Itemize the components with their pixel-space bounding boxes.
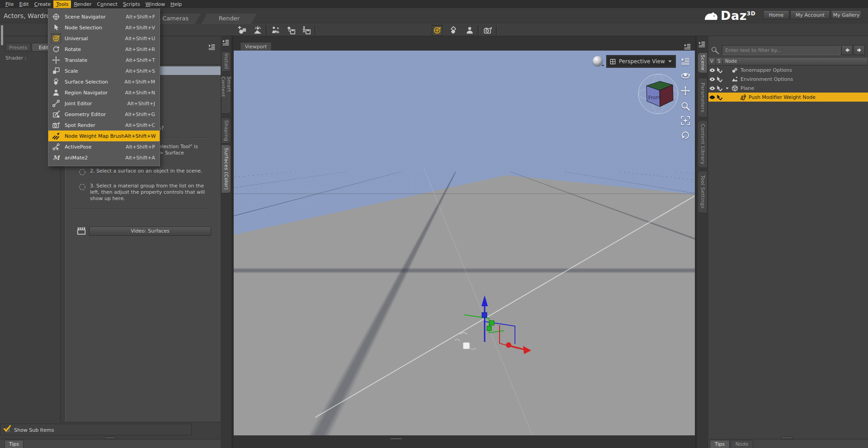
menu-item-surface-selection[interactable]: Surface SelectionAlt+Shift+M [48,76,160,87]
clapper-icon [76,226,86,237]
activity-tab-render[interactable]: Render [202,14,257,23]
eye-icon[interactable] [708,94,716,101]
viewport-reset-view-icon[interactable] [679,129,691,141]
left-dock-tab-smart-content[interactable]: Smart Content [221,76,231,114]
eye-icon[interactable] [708,85,716,92]
select-cursor-icon[interactable] [716,76,723,83]
viewport-zoom-icon[interactable] [679,100,691,112]
menu-item-animate2[interactable]: ManiMate2Alt+Shift+A [48,152,160,163]
menubar-item-create[interactable]: Create [32,0,54,8]
menu-item-translate[interactable]: TranslateAlt+Shift+T [48,55,160,65]
save-pose-icon[interactable] [301,25,312,36]
menu-item-region-navigator[interactable]: Region NavigatorAlt+Shift+N [48,87,160,98]
pane-menu-icon[interactable] [698,40,706,49]
tree-column-node[interactable]: Node [723,58,868,65]
menu-item-geometry-editor[interactable]: Geometry EditorAlt+Shift+G [48,109,160,120]
home-button[interactable]: Home [763,10,789,19]
right-tabstrip: SceneParametersContent LibraryTool Setti… [697,36,708,448]
tree-column-s[interactable]: S [716,58,723,65]
universal-manipulator[interactable] [451,290,532,362]
pane-menu-icon[interactable] [684,42,691,51]
menu-item-activepose[interactable]: ActivePoseAlt+Shift+P [48,141,160,152]
node-selection-icon [51,23,61,33]
logo-word: Daz [721,9,747,23]
save-materials-icon[interactable] [286,25,297,36]
bottom-tab-tips[interactable]: Tips [710,440,730,448]
menubar-item-window[interactable]: Window [143,0,168,8]
chevron-down-icon[interactable] [601,63,605,69]
bottom-tab-node[interactable]: Node [731,440,753,448]
region-navigator-tool-icon[interactable] [464,25,475,36]
environment-icon [731,76,739,83]
menubar-item-scripts[interactable]: Scripts [120,0,143,8]
menu-item-node-selection[interactable]: Node SelectionAlt+Shift+V [48,22,160,33]
menubar-item-help[interactable]: Help [168,0,184,8]
menubar-item-render[interactable]: Render [71,0,94,8]
view-cube[interactable]: Front [637,72,680,116]
busy-spinner-icon [68,168,90,177]
left-dock-tab-install[interactable]: Install [221,51,231,72]
select-cursor-icon[interactable] [716,85,723,92]
scene-node-plane[interactable]: Plane [708,84,868,93]
my-gallery-button[interactable]: My Gallery [831,10,862,19]
toolbar-separator [266,25,267,35]
menubar-item-tools[interactable]: Tools [53,0,71,8]
video-surfaces-button[interactable]: Video: Surfaces [89,227,211,236]
eye-icon[interactable] [708,76,716,83]
tree-column-v[interactable]: V [708,58,716,65]
splitter-handle[interactable] [390,438,402,440]
menu-item-scale[interactable]: ScaleAlt+Shift+S [48,65,160,76]
viewport-tab[interactable]: Viewport [240,42,272,51]
right-dock-tab-scene[interactable]: Scene [698,52,708,73]
universal-tool-icon[interactable] [432,25,443,36]
menubar-item-file[interactable]: File [3,0,16,8]
filter-input[interactable] [722,45,840,55]
view-cube-front-label: Front [648,94,661,101]
view-selector-dropdown[interactable]: Perspective View [606,55,676,68]
right-dock-tab-parameters[interactable]: Parameters [698,78,708,117]
cube-node-icon [731,85,739,92]
pane-menu-icon[interactable] [208,43,216,52]
collapse-icon[interactable] [724,86,731,91]
menu-item-spot-render[interactable]: Spot RenderAlt+Shift+C [48,120,160,131]
back-button[interactable] [841,45,853,55]
menu-item-scene-navigator[interactable]: Scene NavigatorAlt+Shift+F [48,11,160,22]
scene-node-tonemapper-options[interactable]: Tonemapper Options [708,65,868,75]
surface-selection-icon [51,77,61,87]
new-light-icon[interactable] [252,25,263,36]
viewport-orbit-icon[interactable] [679,70,691,81]
new-primitive-icon[interactable] [237,25,248,36]
show-sub-items-label: Show Sub Items [14,427,54,433]
active-activity-tab[interactable]: Actors, Wardrob [4,8,54,23]
select-cursor-icon[interactable] [716,94,723,101]
menubar-item-edit[interactable]: Edit [16,0,31,8]
eye-icon[interactable] [708,67,716,74]
bottom-tab-tips[interactable]: Tips [5,440,24,448]
menubar-item-connect[interactable]: Connect [94,0,121,8]
left-dock-tab-surfaces-color[interactable]: Surfaces (Color) [221,145,231,193]
left-dock-tab-shaping[interactable]: Shaping [221,117,231,144]
my-account-button[interactable]: My Account [790,10,830,19]
scene-node-environment-options[interactable]: Environment Options [708,75,868,84]
left-panel-tab-presets[interactable]: Presets [5,43,31,51]
viewport-frame-icon[interactable] [679,115,691,126]
menu-item-node-weight-map-brush[interactable]: Node Weight Map BrushAlt+Shift+W [48,131,160,141]
pane-menu-icon[interactable] [222,38,230,47]
menu-item-rotate[interactable]: RotateAlt+Shift+R [48,44,160,55]
menu-item-universal[interactable]: UniversalAlt+Shift+U [48,33,160,44]
merge-figures-icon[interactable] [270,25,281,36]
chevron-down-icon[interactable] [717,51,720,57]
select-cursor-icon[interactable] [716,67,723,74]
surface-selection-tool-icon[interactable] [448,25,459,36]
scene-node-push-modifier-weight-node[interactable]: Push Modifier Weight Node [708,93,868,102]
spot-render-tool-icon[interactable] [482,25,493,36]
viewport-pan-icon[interactable] [679,85,691,97]
panel-scrollbar[interactable] [1,25,3,45]
universal-icon [51,33,61,43]
menu-item-joint-editor[interactable]: Joint EditorAlt+Shift+J [48,98,160,109]
viewport-pane-content-icon[interactable] [679,55,691,67]
right-dock-tab-content-library[interactable]: Content Library [698,120,708,168]
viewport-canvas[interactable]: Front Perspective View [234,51,695,435]
right-dock-tab-tool-settings[interactable]: Tool Settings [698,171,708,213]
forward-button[interactable] [854,45,865,55]
